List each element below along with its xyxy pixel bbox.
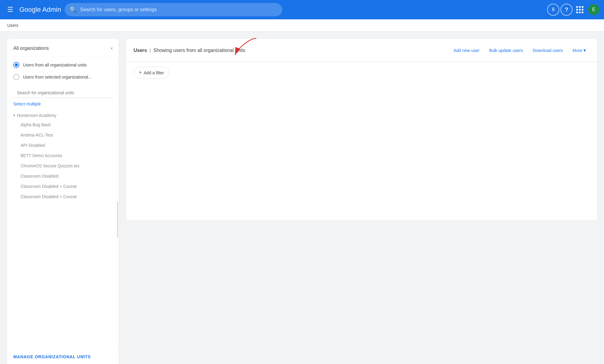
filter-bar: + Add a filter — [126, 62, 597, 83]
sidebar: All organizations ‹ Users from all organ… — [7, 39, 119, 364]
radio-all-orgs[interactable]: Users from all organizational units — [13, 59, 113, 71]
more-label: More — [573, 48, 582, 53]
search-org-units-input[interactable] — [13, 88, 113, 98]
header-actions: Add new user Bulk update users Download … — [450, 45, 589, 56]
help-icon: ? — [565, 7, 568, 13]
content-title-bold: Users — [134, 48, 147, 53]
content-header: Users | Showing users from all organizat… — [126, 39, 597, 62]
org-child-classroom-disabled-course2[interactable]: Classroom Disabled + Course — [21, 192, 119, 202]
search-input[interactable]: Search for users, groups or settings — [80, 7, 277, 12]
org-child-classroom-disabled-course1[interactable]: Classroom Disabled + Course — [21, 181, 119, 192]
support-number: 8 — [552, 7, 555, 12]
bulk-update-users-link[interactable]: Bulk update users — [486, 46, 527, 55]
select-multiple-link[interactable]: Select multiple — [7, 100, 119, 110]
add-filter-label: Add a filter — [144, 70, 164, 75]
org-parent-label: Homeroom Academy — [17, 113, 57, 118]
content-title-separator: | — [150, 48, 152, 53]
org-child-classroom-disabled[interactable]: Classroom Disabled — [21, 171, 119, 181]
plus-icon: + — [139, 69, 142, 76]
add-new-user-link[interactable]: Add new user — [450, 46, 483, 55]
content-area: Users | Showing users from all organizat… — [119, 32, 604, 364]
collapse-icon[interactable]: ‹ — [111, 45, 113, 51]
breadcrumb-label: Users — [7, 23, 18, 28]
global-search-bar[interactable]: 🔍 Search for users, groups or settings — [65, 3, 282, 16]
content-title: Users | Showing users from all organizat… — [134, 48, 245, 53]
radio-selected-orgs[interactable]: Users from selected organizational... — [13, 71, 113, 83]
org-child-alpha[interactable]: Alpha Bug Bash — [21, 120, 119, 130]
org-child-bett[interactable]: BETT Demo Accounts — [21, 150, 119, 161]
avatar-letter: E — [592, 7, 596, 12]
org-child-api[interactable]: API Disabled — [21, 140, 119, 150]
radio-all-orgs-circle — [13, 62, 19, 68]
filter-radio-group: Users from all organizational units User… — [7, 56, 119, 85]
radio-selected-orgs-circle — [13, 74, 19, 80]
org-child-chromeos[interactable]: ChromeOS Secure Quizzes tes — [21, 161, 119, 171]
chevron-down-icon: ▾ — [583, 47, 586, 53]
logo-text: Google Admin — [19, 6, 61, 14]
sidebar-scrollbar[interactable] — [117, 201, 118, 238]
app-logo: Google Admin — [19, 6, 61, 14]
grid-icon — [576, 6, 583, 13]
sidebar-title: All organizations — [13, 46, 49, 51]
org-children-list: Alpha Bug Bash Andrea-ACL-Test API Disab… — [7, 120, 119, 202]
org-parent-homeroom[interactable]: ▾ Homeroom Academy — [7, 110, 119, 120]
radio-all-orgs-label: Users from all organizational units — [23, 63, 87, 67]
user-avatar[interactable]: E — [588, 4, 599, 15]
top-navigation: ☰ Google Admin 🔍 Search for users, group… — [0, 0, 604, 19]
content-title-subtitle: Showing users from all organizational un… — [153, 48, 245, 53]
manage-org-units-link[interactable]: MANAGE ORGANIZATIONAL UNITS — [7, 349, 119, 364]
breadcrumb: Users — [0, 19, 604, 32]
radio-selected-orgs-label: Users from selected organizational... — [23, 75, 92, 79]
org-tree: ▾ Homeroom Academy Alpha Bug Bash Andrea… — [7, 110, 119, 364]
download-users-link[interactable]: Download users — [529, 46, 567, 55]
search-icon: 🔍 — [69, 6, 77, 13]
org-expand-icon: ▾ — [13, 113, 15, 118]
org-child-andrea[interactable]: Andrea-ACL-Test — [21, 130, 119, 140]
main-layout: All organizations ‹ Users from all organ… — [0, 32, 604, 364]
content-card: Users | Showing users from all organizat… — [126, 39, 597, 220]
sidebar-header: All organizations ‹ — [7, 39, 119, 56]
apps-icon-btn[interactable] — [574, 4, 586, 16]
red-arrow-annotation — [232, 35, 262, 60]
help-icon-btn[interactable]: ? — [560, 4, 573, 16]
more-button[interactable]: More ▾ — [569, 45, 589, 56]
add-filter-button[interactable]: + Add a filter — [134, 67, 169, 79]
menu-icon[interactable]: ☰ — [5, 3, 16, 16]
nav-right-actions: 8 ? E — [547, 4, 599, 16]
support-icon-btn[interactable]: 8 — [547, 4, 559, 16]
